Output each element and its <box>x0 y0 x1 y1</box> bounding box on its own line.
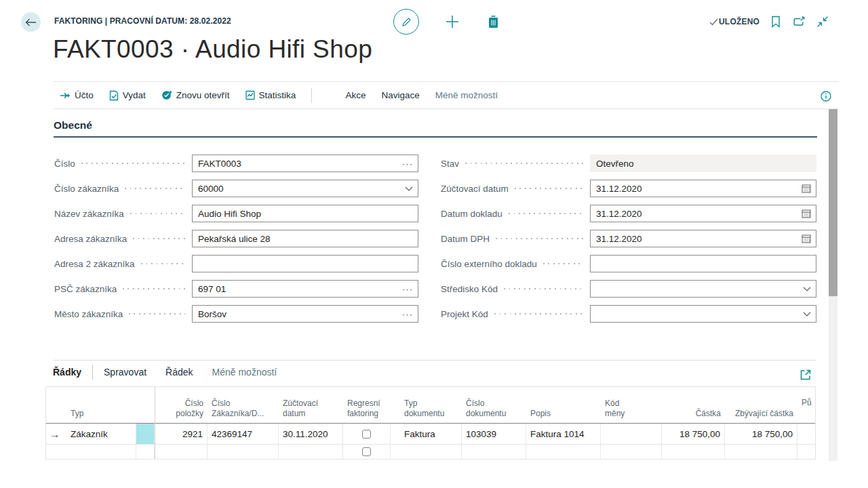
section-title-obecne[interactable]: Obecné <box>54 119 92 131</box>
assist-edit-icon[interactable]: ··· <box>402 159 418 169</box>
cell-cislo-zakaznika[interactable] <box>208 445 279 459</box>
chevron-down-icon[interactable] <box>803 287 816 291</box>
cell-cislo-polozky[interactable] <box>155 445 208 459</box>
column-header-typ-dokumentu[interactable]: Typ dokumentu <box>391 387 462 423</box>
cell-zbyvajici-castka[interactable] <box>725 445 797 459</box>
collapse-icon[interactable] <box>816 16 829 28</box>
dotted-leader <box>123 288 185 289</box>
cell-castka[interactable]: 18 750,00 <box>662 424 725 444</box>
column-header-cislo-dokumentu[interactable]: Číslo dokumentu <box>462 387 526 423</box>
row-selector[interactable] <box>46 445 66 459</box>
field-input[interactable]: 697 01··· <box>192 280 418 298</box>
regresni-faktoring-checkbox[interactable] <box>362 447 371 456</box>
column-header-popis[interactable]: Popis <box>526 387 601 423</box>
open-in-new-icon[interactable] <box>793 16 805 26</box>
actionbar-separator <box>311 88 312 103</box>
cell-cislo-dokumentu[interactable] <box>462 445 526 459</box>
field-input[interactable] <box>590 255 816 272</box>
expand-lines-icon[interactable] <box>800 369 811 380</box>
assist-edit-icon[interactable]: ··· <box>402 309 418 319</box>
general-left-column: ČísloFAKT0003···Číslo zákazníka60000Náze… <box>54 155 418 330</box>
column-header-cislo-polozky[interactable]: Číslo položky <box>155 387 208 423</box>
lines-grid: TypČíslo položkyČíslo Zákazníka/D...Zúčt… <box>45 386 816 460</box>
cell-cislo-polozky[interactable]: 2921 <box>155 424 208 444</box>
assist-edit-icon[interactable]: ··· <box>402 284 418 294</box>
cell-kod-meny[interactable] <box>601 445 662 459</box>
cell-pujcka[interactable] <box>797 424 816 444</box>
field-input[interactable]: Audio Hifi Shop <box>192 205 418 222</box>
cell-cislo-dokumentu[interactable]: 103039 <box>462 424 526 444</box>
grid-row: →Zákazník29214236914730.11.2020Faktura10… <box>46 424 815 445</box>
chevron-down-icon[interactable] <box>405 186 418 191</box>
field-input[interactable] <box>590 305 816 323</box>
field-value: Boršov <box>193 309 402 319</box>
cell-typ[interactable]: Zákazník <box>66 424 136 444</box>
back-button[interactable] <box>21 12 41 32</box>
cell-zbyvajici-castka[interactable]: 18 750,00 <box>725 424 797 444</box>
new-button[interactable] <box>446 15 459 28</box>
column-header-castka[interactable]: Částka <box>662 387 725 423</box>
lines-menu-mene-moznosti[interactable]: Méně možností <box>212 367 277 378</box>
field-input[interactable]: 31.12.2020 <box>590 230 816 247</box>
action-znovu-otevrit[interactable]: Znovu otevřít <box>161 90 230 100</box>
field-row: Projekt Kód <box>441 305 816 323</box>
edit-button[interactable] <box>393 9 419 35</box>
field-input[interactable] <box>192 255 418 272</box>
column-header-cislo-zakaznika[interactable]: Číslo Zákazníka/D... <box>208 387 279 423</box>
cell-popis[interactable] <box>526 445 601 459</box>
column-header-zuctovaci-datum[interactable]: Zúčtovací datum <box>279 387 343 423</box>
field-input[interactable] <box>590 280 816 298</box>
field-input[interactable]: 31.12.2020 <box>590 205 816 222</box>
menu-navigace[interactable]: Navigace <box>381 90 419 100</box>
cell-selected[interactable] <box>136 445 155 459</box>
field-input[interactable]: Pekařská ulice 28 <box>192 230 418 247</box>
cell-cislo-zakaznika[interactable]: 42369147 <box>208 424 279 444</box>
field-input[interactable]: Boršov··· <box>192 305 418 323</box>
cell-regresni-faktoring <box>343 424 391 444</box>
column-header-typ[interactable]: Typ <box>66 387 136 423</box>
cell-typ-dokumentu[interactable] <box>391 445 462 459</box>
cell-selected[interactable] <box>136 424 155 444</box>
column-header-kod-meny[interactable]: Kód měny <box>601 387 662 423</box>
action-statistika[interactable]: Statistika <box>245 90 296 100</box>
calendar-icon[interactable] <box>802 234 816 243</box>
cell-typ[interactable] <box>66 445 136 459</box>
menu-mene-moznosti[interactable]: Méně možností <box>435 90 498 100</box>
menu-akce[interactable]: Akce <box>345 90 366 100</box>
column-header-zbyvajici-castka[interactable]: Zbývající částka <box>725 387 797 423</box>
info-icon[interactable] <box>821 91 831 102</box>
cell-kod-meny[interactable] <box>601 424 662 444</box>
field-value: FAKT0003 <box>193 159 402 169</box>
calendar-icon[interactable] <box>802 184 816 193</box>
column-header-regresni-faktoring[interactable]: Regresní faktoring <box>343 387 391 423</box>
cell-zuctovaci-datum[interactable] <box>279 445 343 459</box>
cell-zuctovaci-datum[interactable]: 30.11.2020 <box>279 424 343 444</box>
field-row: Zúčtovací datum31.12.2020 <box>441 180 816 197</box>
dotted-leader <box>543 263 583 264</box>
field-label: PSČ zákazníka <box>54 284 117 294</box>
action-ucto[interactable]: Účto <box>60 90 94 100</box>
lines-menu-spravovat[interactable]: Spravovat <box>104 367 146 378</box>
action-vydat[interactable]: Vydat <box>109 90 146 101</box>
row-selector[interactable]: → <box>46 424 66 444</box>
actionbar-divider-bottom <box>54 108 839 109</box>
lines-menu-radek[interactable]: Řádek <box>165 367 193 378</box>
regresni-faktoring-checkbox[interactable] <box>362 430 371 439</box>
grid-header-row: TypČíslo položkyČíslo Zákazníka/D...Zúčt… <box>46 387 815 424</box>
field-input[interactable]: 31.12.2020 <box>590 180 816 197</box>
bookmark-icon[interactable] <box>771 16 781 28</box>
cell-castka[interactable] <box>662 445 725 459</box>
trash-icon <box>488 15 499 28</box>
save-status: ULOŽENO <box>709 17 760 26</box>
scrollbar-thumb[interactable] <box>829 109 837 296</box>
delete-button[interactable] <box>488 15 499 28</box>
lines-tab[interactable]: Řádky <box>53 367 81 378</box>
cell-popis[interactable]: Faktura 1014 <box>526 424 601 444</box>
chevron-down-icon[interactable] <box>803 312 816 317</box>
cell-pujcka[interactable] <box>797 445 816 459</box>
column-header-pujcka[interactable]: Pů <box>797 387 816 423</box>
field-input[interactable]: 60000 <box>192 180 418 197</box>
field-input[interactable]: FAKT0003··· <box>192 155 418 172</box>
calendar-icon[interactable] <box>802 209 816 218</box>
cell-typ-dokumentu[interactable]: Faktura <box>391 424 462 444</box>
